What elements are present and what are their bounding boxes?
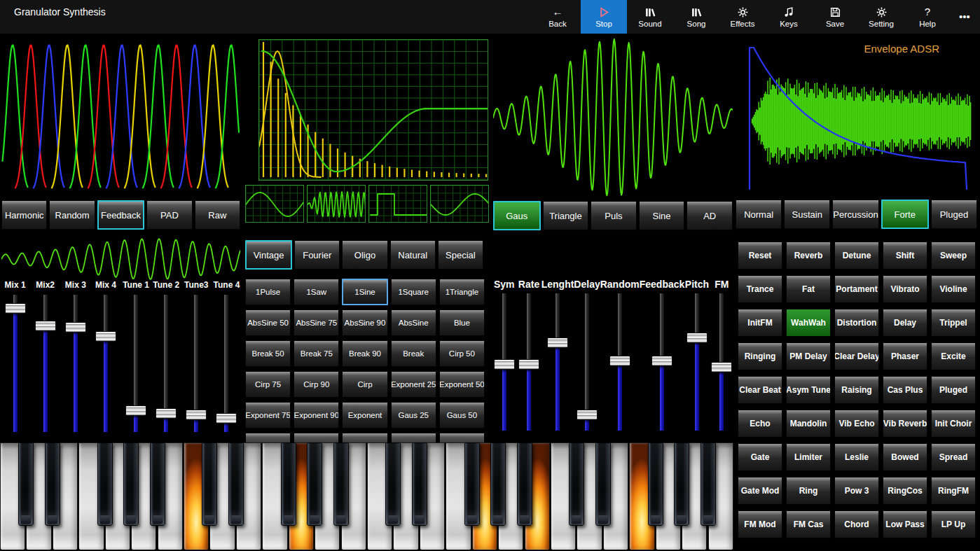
envelope-preset-button-sustain[interactable]: Sustain: [784, 200, 830, 229]
mod-slider-feedback[interactable]: Feedback: [640, 279, 685, 440]
waveform-button-break[interactable]: Break: [391, 340, 436, 367]
effect-button-vib-reverb[interactable]: Vib Reverb: [883, 410, 927, 438]
effect-button-pluged[interactable]: Pluged: [931, 376, 976, 404]
piano-black-key[interactable]: [307, 442, 322, 526]
piano-black-key[interactable]: [569, 442, 584, 526]
effect-button-vib-echo[interactable]: Vib Echo: [834, 410, 879, 438]
effect-button-phaser[interactable]: Phaser: [883, 342, 927, 370]
wave-bank-button-vintage[interactable]: Vintage: [245, 240, 292, 270]
effect-button-shift[interactable]: Shift: [883, 242, 927, 270]
wave-bank-button-special[interactable]: Special: [438, 240, 483, 270]
effect-button-leslie[interactable]: Leslie: [834, 443, 879, 471]
slider-track[interactable]: [215, 294, 237, 433]
waveform-button-gaus[interactable]: Gaus: [342, 433, 387, 442]
slider-handle[interactable]: [5, 303, 26, 314]
slider-track[interactable]: [546, 293, 569, 431]
piano-black-key[interactable]: [97, 442, 113, 526]
effect-button-ringcos[interactable]: RingCos: [883, 477, 927, 505]
effect-button-limiter[interactable]: Limiter: [786, 443, 831, 471]
titlebar-button-stop[interactable]: Stop: [581, 0, 627, 34]
grain-mode-button-random[interactable]: Random: [49, 200, 95, 230]
grain-mode-button-feedback[interactable]: Feedback: [97, 200, 144, 230]
waveform-button-abssine-50[interactable]: AbsSine 50: [245, 309, 291, 336]
slider-handle[interactable]: [547, 337, 568, 348]
effect-button-lp-up[interactable]: LP Up: [931, 510, 976, 538]
mod-shape-button-gaus[interactable]: Gaus: [493, 201, 541, 230]
waveform-button-abssine-75[interactable]: AbsSine 75: [294, 309, 339, 336]
effect-button-delay[interactable]: Delay: [883, 309, 927, 337]
effect-button-gate[interactable]: Gate: [738, 443, 782, 471]
waveform-button-exponent-90[interactable]: Exponent 90: [294, 402, 339, 428]
mod-slider-lenght[interactable]: Lenght: [541, 279, 574, 440]
mod-slider-delay[interactable]: Delay: [574, 279, 600, 440]
titlebar-button-save[interactable]: Save: [812, 0, 858, 34]
effect-button-pow-3[interactable]: Pow 3: [834, 477, 879, 505]
effect-button-asym-tune[interactable]: Asym Tune: [786, 376, 831, 404]
envelope-preset-button-percussion[interactable]: Percussion: [832, 200, 878, 229]
waveform-button-break-75[interactable]: Break 75: [294, 340, 339, 367]
titlebar-button-back[interactable]: ←Back: [534, 0, 581, 34]
effect-button-pm-delay[interactable]: PM Delay: [786, 342, 831, 370]
effect-button-clear-beat[interactable]: Clear Beat: [738, 376, 782, 404]
waveform-button-1pulse[interactable]: 1Pulse: [245, 279, 291, 305]
slider-track[interactable]: [651, 293, 673, 431]
effect-button-raising[interactable]: Raising: [834, 376, 879, 404]
effect-button-init-choir[interactable]: Init Choir: [931, 410, 976, 438]
effect-button-cas-plus[interactable]: Cas Plus: [883, 376, 927, 404]
slider-track[interactable]: [518, 293, 540, 431]
effect-button-ringfm[interactable]: RingFM: [931, 477, 976, 505]
grain-mode-button-harmonic[interactable]: Harmonic: [1, 200, 47, 230]
wave-thumbnail-3[interactable]: [368, 185, 427, 223]
waveform-button-exponent-75[interactable]: Exponent 75: [245, 402, 291, 428]
effect-button-spread[interactable]: Spread: [931, 443, 976, 471]
piano-black-key[interactable]: [281, 442, 296, 526]
piano-black-key[interactable]: [385, 442, 401, 526]
slider-handle[interactable]: [95, 331, 116, 342]
slider-handle[interactable]: [216, 413, 237, 424]
grain-slider-mix2[interactable]: Mix2: [30, 280, 60, 440]
slider-handle[interactable]: [35, 321, 56, 331]
effect-button-gate-mod[interactable]: Gate Mod: [738, 477, 782, 505]
slider-handle[interactable]: [651, 356, 672, 366]
wave-bank-button-oligo[interactable]: Oligo: [342, 240, 387, 270]
grain-slider-mix-4[interactable]: Mix 4: [90, 280, 120, 440]
piano-black-key[interactable]: [45, 442, 60, 526]
piano-black-key[interactable]: [202, 442, 217, 526]
envelope-preset-button-normal[interactable]: Normal: [736, 200, 782, 229]
grain-mode-button-raw[interactable]: Raw: [195, 200, 240, 230]
effect-button-fm-cas[interactable]: FM Cas: [786, 510, 831, 538]
slider-handle[interactable]: [125, 405, 146, 416]
waveform-button-1square[interactable]: 1Square: [391, 279, 436, 305]
effect-button-trippel[interactable]: Trippel: [931, 309, 976, 337]
slider-track[interactable]: [710, 293, 733, 431]
piano-black-key[interactable]: [490, 442, 506, 526]
waveform-button-cirp[interactable]: Cirp: [342, 371, 387, 398]
grain-slider-tune-1[interactable]: Tune 1: [121, 280, 151, 440]
slider-track[interactable]: [34, 294, 57, 433]
effect-button-mandolin[interactable]: Mandolin: [786, 410, 831, 438]
effect-button-wahwah[interactable]: WahWah: [786, 309, 831, 337]
effect-button-fm-mod[interactable]: FM Mod: [738, 510, 782, 538]
waveform-button-1triangle[interactable]: 1Triangle: [439, 279, 485, 305]
waveform-button-cirp-50[interactable]: Cirp 50: [439, 340, 485, 367]
mod-slider-rate[interactable]: Rate: [516, 279, 541, 440]
slider-handle[interactable]: [518, 359, 539, 370]
mod-slider-fm[interactable]: FM: [710, 279, 734, 440]
waveform-button-exponent-50[interactable]: Exponent 50: [439, 371, 485, 398]
effect-button-ringing[interactable]: Ringing: [738, 342, 782, 370]
effect-button-bowed[interactable]: Bowed: [883, 443, 927, 471]
effect-button-vibrato[interactable]: Vibrato: [883, 275, 927, 303]
mod-shape-button-puls[interactable]: Puls: [591, 201, 637, 230]
titlebar-button-help[interactable]: ?Help: [904, 0, 951, 34]
effect-button-excite[interactable]: Excite: [931, 342, 976, 370]
slider-track[interactable]: [4, 294, 27, 433]
mod-shape-button-triangle[interactable]: Triangle: [543, 201, 589, 230]
grain-slider-mix-1[interactable]: Mix 1: [0, 280, 30, 440]
piano-black-key[interactable]: [701, 442, 716, 526]
slider-handle[interactable]: [686, 333, 708, 343]
effect-button-clear-delay[interactable]: Clear Delay: [834, 342, 879, 370]
waveform-button-cirp-90[interactable]: Cirp 90: [294, 371, 339, 398]
envelope-preset-button-pluged[interactable]: Pluged: [931, 200, 977, 229]
slider-track[interactable]: [493, 293, 516, 431]
mod-shape-button-ad[interactable]: AD: [686, 201, 733, 230]
